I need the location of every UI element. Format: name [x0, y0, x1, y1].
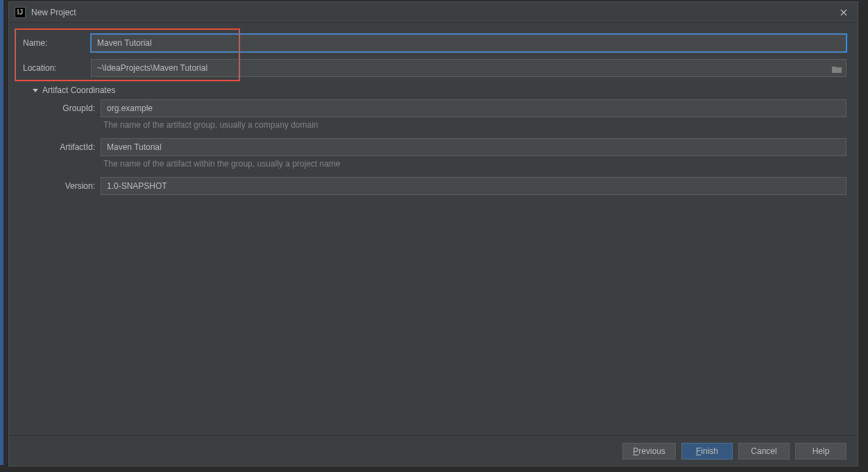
name-row: Name: [20, 34, 846, 52]
dialog-content: Name: Location: Artifact Coordinates Gro… [9, 23, 858, 435]
groupid-row: GroupId: [20, 99, 846, 117]
location-input[interactable] [91, 59, 846, 77]
name-input[interactable] [91, 34, 846, 52]
name-label: Name: [20, 38, 91, 48]
finish-button[interactable]: Finish [681, 443, 733, 460]
help-button[interactable]: Help [795, 443, 846, 460]
location-row: Location: [20, 59, 846, 77]
version-input[interactable] [101, 177, 846, 195]
app-icon: IJ [15, 7, 26, 18]
version-label: Version: [42, 181, 101, 191]
previous-button[interactable]: Previous [622, 443, 676, 460]
version-row: Version: [20, 177, 846, 195]
left-strip [0, 0, 3, 465]
button-bar: Previous Finish Cancel Help [9, 435, 858, 466]
groupid-label: GroupId: [42, 103, 101, 113]
artifactid-label: ArtifactId: [42, 142, 101, 152]
new-project-dialog: IJ New Project Name: Location: Artifact … [8, 1, 858, 466]
artifact-section-title: Artifact Coordinates [42, 85, 115, 95]
artifactid-help: The name of the artifact within the grou… [20, 159, 846, 169]
titlebar: IJ New Project [9, 2, 858, 23]
groupid-input[interactable] [101, 99, 846, 117]
location-label: Location: [20, 63, 91, 73]
artifactid-input[interactable] [101, 138, 846, 156]
cancel-button[interactable]: Cancel [738, 443, 790, 460]
groupid-help: The name of the artifact group, usually … [20, 120, 846, 130]
close-icon[interactable] [835, 4, 852, 21]
artifact-coordinates-toggle[interactable]: Artifact Coordinates [20, 85, 846, 95]
dialog-title: New Project [31, 8, 835, 17]
browse-folder-icon[interactable] [831, 64, 842, 72]
artifactid-row: ArtifactId: [20, 138, 846, 156]
location-field-wrap [91, 59, 846, 77]
chevron-down-icon [33, 89, 38, 92]
